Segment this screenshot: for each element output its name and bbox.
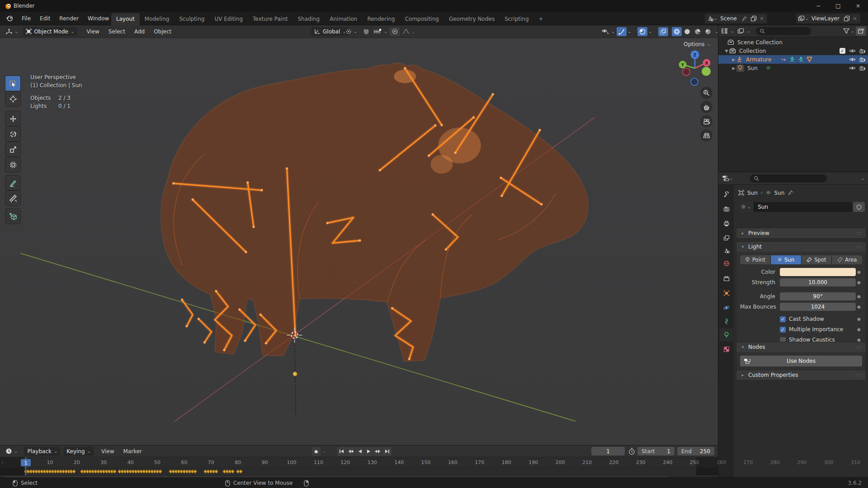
pan-button[interactable] [700, 101, 712, 113]
visibility-button[interactable]: ⌄ [600, 27, 616, 36]
animate-dot-icon[interactable]: ● [856, 294, 862, 299]
light-type-spot[interactable]: Spot [802, 255, 832, 264]
use-nodes-button[interactable]: Use Nodes [740, 356, 862, 366]
tab-layout[interactable]: Layout [111, 13, 140, 25]
tab-scripting[interactable]: Scripting [500, 13, 533, 25]
row-label[interactable]: Scene Collection [737, 39, 783, 46]
shading-solid-button[interactable] [682, 27, 692, 36]
start-frame-field[interactable]: Start 1 [637, 447, 675, 455]
tab-rendering[interactable]: Rendering [362, 13, 400, 25]
properties-tab-view-layer[interactable] [720, 232, 733, 244]
row-label[interactable]: Sun [747, 65, 758, 71]
next-keyframe-button[interactable] [373, 447, 382, 456]
remove-viewlayer-icon[interactable]: × [851, 15, 859, 22]
shading-rendered-button[interactable] [703, 27, 713, 36]
viewport-menu-add[interactable]: Add [130, 27, 149, 37]
editor-timeline-button[interactable]: ⌄ [3, 446, 20, 456]
snap-toggle[interactable] [362, 27, 371, 36]
viewport-canvas[interactable] [0, 25, 718, 445]
minimize-button[interactable]: − [808, 0, 828, 12]
current-frame-field[interactable]: 1 [591, 447, 625, 455]
proportional-editing-toggle[interactable] [390, 27, 400, 36]
shading-material-button[interactable] [693, 27, 703, 36]
display-mode-icon[interactable] [737, 28, 745, 34]
timeline-ruler[interactable]: ‹ 10203040506070809010011012013014015016… [0, 457, 718, 468]
properties-tab-object-data[interactable] [720, 328, 733, 341]
unlink-scene-icon[interactable]: × [758, 15, 765, 22]
tab-sculpting[interactable]: Sculpting [174, 13, 209, 25]
cast-shadow-checkbox[interactable]: ✓ [780, 316, 786, 322]
disable-render-camera-icon[interactable] [859, 66, 866, 71]
panel-drag-handle[interactable]: ∷∷ [855, 345, 862, 350]
tool-rotate-button[interactable] [5, 127, 20, 141]
menu-window[interactable]: Window [83, 14, 113, 23]
tool-transform-button[interactable] [5, 157, 20, 172]
marker-menu[interactable]: Marker [119, 446, 146, 456]
viewlayer-name[interactable]: ViewLayer [809, 15, 842, 22]
tool-measure-button[interactable] [5, 191, 20, 206]
show-overlays-toggle[interactable] [637, 27, 647, 36]
viewlayer-selector[interactable]: ⌄ ViewLayer × [796, 13, 861, 24]
exclude-checkbox[interactable]: ✓ [840, 48, 845, 54]
menu-render[interactable]: Render [55, 14, 83, 23]
chevron-down-icon[interactable]: ⌄ [746, 29, 750, 33]
filter-icon[interactable] [843, 28, 849, 34]
axis-y-neg-handle[interactable] [702, 67, 711, 76]
row-label[interactable]: Armature [746, 56, 771, 63]
axis-z-neg-handle[interactable] [691, 78, 698, 85]
mode-selector[interactable]: Object Mode ⌄ [23, 27, 77, 36]
panel-nodes[interactable]: ▾ Nodes ∷∷ Use Nodes [736, 342, 866, 371]
outliner-search-input[interactable] [756, 27, 811, 35]
properties-tab-tool[interactable] [720, 188, 733, 201]
jump-to-start-button[interactable] [337, 447, 346, 456]
panel-drag-handle[interactable]: ∷∷ [855, 231, 862, 236]
tool-move-button[interactable] [5, 111, 20, 126]
close-button[interactable]: × [848, 0, 868, 12]
disclosure-triangle-icon[interactable]: ▼ [724, 49, 729, 53]
chevron-down-icon[interactable]: ⌄ [715, 29, 718, 34]
disclosure-triangle-icon[interactable]: ▶ [731, 66, 736, 70]
light-type-dropdown[interactable]: ☼⌄ [738, 202, 754, 212]
tool-annotate-button[interactable] [5, 175, 20, 190]
tab-+[interactable]: + [534, 13, 548, 25]
light-type-area[interactable]: Area [832, 255, 862, 264]
row-label[interactable]: Collection [739, 48, 766, 54]
disable-render-camera-icon[interactable] [859, 57, 866, 62]
animate-dot-icon[interactable]: ● [856, 305, 862, 309]
tab-uv-editing[interactable]: UV Editing [209, 13, 248, 25]
pin-icon[interactable] [788, 190, 793, 196]
viewport-3d[interactable]: ⌄ Object Mode ⌄ ViewSelectAddObject Glob… [0, 25, 718, 445]
previous-keyframe-button[interactable] [346, 447, 355, 456]
tab-modeling[interactable]: Modeling [140, 13, 175, 25]
light-color-swatch[interactable] [780, 268, 856, 276]
light-type-sun[interactable]: ☼ Sun [771, 255, 801, 264]
tab-geometry-nodes[interactable]: Geometry Nodes [444, 13, 500, 25]
axis-x-neg-handle[interactable] [683, 68, 690, 75]
properties-search-input[interactable] [750, 174, 827, 183]
snap-settings-button[interactable]: ⌄ [373, 27, 389, 36]
outliner-row-scene-collection[interactable]: Scene Collection [718, 38, 868, 47]
properties-tab-object[interactable] [720, 287, 733, 300]
fake-user-button[interactable] [853, 202, 865, 212]
animate-dot-icon[interactable]: ● [856, 270, 862, 274]
animate-dot-icon[interactable]: ● [856, 317, 862, 321]
disable-render-camera-icon[interactable] [859, 48, 866, 54]
current-frame-badge[interactable]: 1 [21, 459, 31, 466]
sun-light-origin[interactable] [293, 372, 297, 376]
panel-light[interactable]: ▾ Light ∷∷ Point ☼ Sun Spot [736, 242, 866, 348]
panel-drag-handle[interactable]: ∷∷ [855, 373, 862, 378]
tab-animation[interactable]: Animation [325, 13, 362, 25]
scene-selector[interactable]: ⌄ Scene × [704, 13, 768, 24]
tool-cursor-button[interactable] [5, 91, 20, 106]
tool-add-cube-button[interactable] [5, 209, 20, 224]
properties-tab-output[interactable] [720, 217, 733, 230]
breadcrumb-object[interactable]: Sun [747, 190, 758, 196]
play-reverse-button[interactable] [355, 447, 364, 456]
new-viewlayer-icon[interactable] [844, 15, 850, 22]
new-collection-button[interactable] [856, 27, 866, 36]
viewport-menu-object[interactable]: Object [149, 27, 176, 37]
tool-scale-button[interactable] [5, 142, 20, 157]
maximize-button[interactable]: □ [828, 0, 848, 12]
properties-tab-collection[interactable] [720, 272, 733, 285]
panel-custom-properties[interactable]: ▸ Custom Properties ∷∷ [736, 370, 866, 380]
